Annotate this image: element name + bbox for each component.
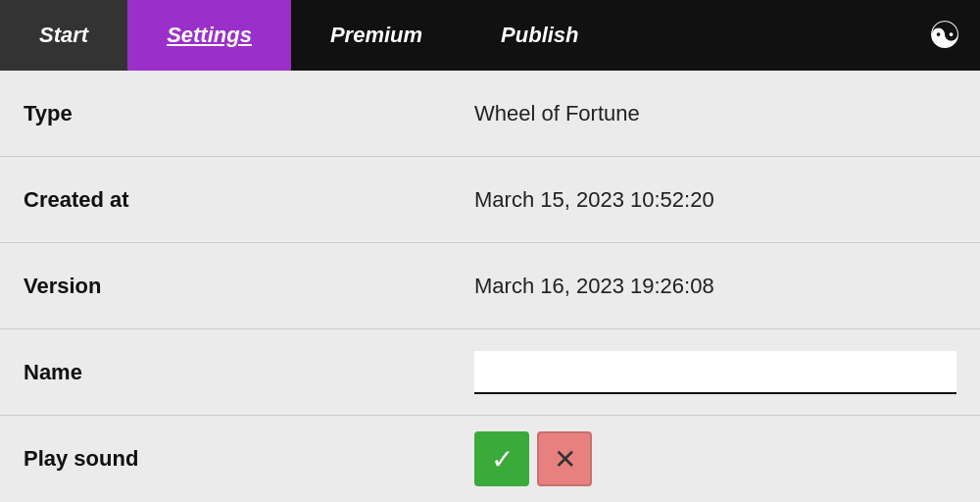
- version-label: Version: [24, 274, 474, 299]
- play-sound-row: Play sound ✓ ✕: [0, 416, 980, 502]
- nav-item-start[interactable]: Start: [0, 0, 127, 71]
- name-label: Name: [24, 360, 474, 385]
- cross-icon: ✕: [554, 443, 576, 476]
- play-sound-label: Play sound: [24, 446, 474, 472]
- created-at-label: Created at: [24, 187, 474, 213]
- check-icon: ✓: [491, 443, 514, 476]
- settings-content: Type Wheel of Fortune Created at March 1…: [0, 71, 980, 502]
- created-at-value: March 15, 2023 10:52:20: [474, 187, 956, 213]
- sound-check-button[interactable]: ✓: [474, 431, 529, 486]
- created-at-row: Created at March 15, 2023 10:52:20: [0, 157, 980, 243]
- nav-item-premium[interactable]: Premium: [291, 0, 462, 71]
- version-value: March 16, 2023 19:26:08: [474, 274, 956, 299]
- name-row: Name: [0, 329, 980, 416]
- nav-item-settings[interactable]: Settings: [127, 0, 291, 71]
- nav-spacer: [618, 0, 909, 71]
- yin-yang-icon[interactable]: ☯: [909, 0, 980, 71]
- sound-cross-button[interactable]: ✕: [537, 431, 592, 486]
- nav-item-publish[interactable]: Publish: [462, 0, 617, 71]
- navbar: Start Settings Premium Publish ☯: [0, 0, 980, 71]
- name-input[interactable]: [474, 351, 956, 394]
- name-value-container: [474, 351, 956, 394]
- type-value: Wheel of Fortune: [474, 101, 956, 126]
- type-label: Type: [24, 101, 474, 126]
- sound-buttons-container: ✓ ✕: [474, 431, 956, 486]
- yin-yang-symbol: ☯: [928, 14, 961, 57]
- type-row: Type Wheel of Fortune: [0, 71, 980, 157]
- version-row: Version March 16, 2023 19:26:08: [0, 243, 980, 329]
